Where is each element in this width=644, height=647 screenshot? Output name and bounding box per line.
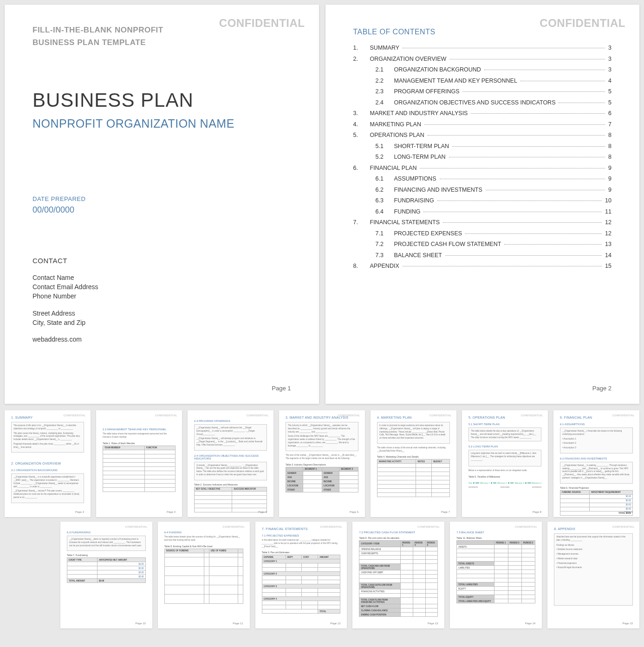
toc-row: 2.4ORGANIZATION OBJECTIVES AND SUCCESS I… xyxy=(353,99,612,106)
document-title: BUSINESS PLAN xyxy=(33,89,291,111)
toc-row: 6.2FINANCING AND INVESTMENTS9 xyxy=(353,187,612,193)
web-address: webaddress.com xyxy=(33,335,291,344)
thumb-page-13: CONFIDENTIAL 7.2 PROJECTED CASH FLOW STA… xyxy=(352,522,444,628)
template-label-l2: BUSINESS PLAN TEMPLATE xyxy=(33,38,291,48)
toc-row: 5.OPERATIONS PLAN8 xyxy=(353,132,612,138)
thumb-page-9: CONFIDENTIAL 6. FINANCIAL PLAN 6.1 ASSUM… xyxy=(553,410,639,517)
thumbnail-grid: CONFIDENTIAL 1. SUMMARY The purpose of t… xyxy=(5,410,639,628)
thumb-page-11: CONFIDENTIAL 6.4 FUNDING The table below… xyxy=(158,522,250,628)
org-name: NONPROFIT ORGANIZATION NAME xyxy=(33,117,291,130)
toc-row: 6.FINANCIAL PLAN9 xyxy=(353,165,612,171)
page-number: Page 2 xyxy=(592,385,611,392)
toc-row: 4.MARKETING PLAN7 xyxy=(353,121,612,128)
thumb-page-15: CONFIDENTIAL 8. APPENDIX Attached here a… xyxy=(547,522,639,628)
toc-row: 8.APPENDIX15 xyxy=(353,263,612,269)
toc-row: 6.3FUNDRAISING10 xyxy=(353,197,612,204)
toc-row: 5.2LONG-TERM PLAN8 xyxy=(353,154,612,160)
h-org-overview: 2. ORGANIZATION OVERVIEW xyxy=(11,462,84,465)
toc-row: 7.3BALANCE SHEET14 xyxy=(353,252,612,259)
toc-row: 2.1ORGANIZATION BACKGROUND3 xyxy=(353,66,612,73)
thumb-page-12: CONFIDENTIAL 7. FINANCIAL STATEMENTS 7.1… xyxy=(255,522,347,628)
toc-row: 7.2PROJECTED CASH FLOW STATEMENT13 xyxy=(353,241,612,247)
toc-list: 1.SUMMARY32.ORGANIZATION OVERVIEW32.1ORG… xyxy=(353,45,612,269)
address-city: City, State and Zip xyxy=(33,318,291,327)
toc-row: 5.1SHORT-TERM PLAN8 xyxy=(353,143,612,149)
toc-row: 2.3PROGRAM OFFERINGS5 xyxy=(353,88,612,95)
toc-row: 3.MARKET AND INDUSTRY ANALYSIS6 xyxy=(353,110,612,116)
team-table: TEAM MEMBERFUNCTION xyxy=(103,446,176,492)
thumb-page-5: CONFIDENTIAL 2.3 PROGRAM OFFERINGS __[Or… xyxy=(188,410,273,517)
thumb-page-6: CONFIDENTIAL 3. MARKET AND INDUSTRY ANAL… xyxy=(279,410,365,517)
contact-name: Contact Name xyxy=(33,273,291,282)
toc-row: 7.1PROJECTED EXPENSES12 xyxy=(353,230,612,237)
contact-phone: Phone Number xyxy=(33,291,291,301)
confidential-watermark: CONFIDENTIAL xyxy=(64,414,86,417)
thumb-page-8: CONFIDENTIAL 5. OPERATIONS PLAN 5.1 SHOR… xyxy=(462,410,548,517)
page-number: Page 1 xyxy=(272,385,291,392)
address-street: Street Address xyxy=(33,309,291,318)
toc-row: 6.4FUNDING11 xyxy=(353,208,612,215)
main-pages-row: CONFIDENTIAL FILL-IN-THE-BLANK NONPROFIT… xyxy=(5,5,639,404)
page-2-toc: CONFIDENTIAL TABLE OF CONTENTS 1.SUMMARY… xyxy=(325,5,640,404)
contact-heading: CONTACT xyxy=(33,257,291,265)
date-prepared-value: 00/00/0000 xyxy=(33,205,291,215)
h-org-background: 2.1 ORGANIZATION BACKGROUND xyxy=(11,469,84,472)
toc-row: 6.1ASSUMPTIONS9 xyxy=(353,175,612,182)
thumb-page-3: CONFIDENTIAL 1. SUMMARY The purpose of t… xyxy=(5,410,91,517)
thumb-page-4: CONFIDENTIAL 2.2 MANAGEMENT TEAM AND KEY… xyxy=(96,410,182,517)
thumb-page-14: CONFIDENTIAL 7.3 BALANCE SHEET Table 11.… xyxy=(450,522,542,628)
toc-row: 1.SUMMARY3 xyxy=(353,45,612,51)
milestone-timeline: Start Milestone 1 Milestone 2 Milestone … xyxy=(468,482,541,484)
confidential-watermark: CONFIDENTIAL xyxy=(219,17,305,30)
toc-row: 2.2MANAGEMENT TEAM AND KEY PERSONNEL4 xyxy=(353,78,612,84)
contact-email: Contact Email Address xyxy=(33,282,291,291)
thumb-page-10: CONFIDENTIAL 6.3 FUNDRAISING __[Organiza… xyxy=(60,522,152,628)
confidential-watermark: CONFIDENTIAL xyxy=(540,17,625,30)
page-1-cover: CONFIDENTIAL FILL-IN-THE-BLANK NONPROFIT… xyxy=(5,5,319,404)
toc-row: 7.FINANCIAL STATEMENTS12 xyxy=(353,219,612,226)
toc-row: 2.ORGANIZATION OVERVIEW3 xyxy=(353,56,612,62)
date-prepared-label: DATE PREPARED xyxy=(33,195,291,202)
thumb-page-7: CONFIDENTIAL 4. MARKETING PLAN In order … xyxy=(371,410,456,517)
